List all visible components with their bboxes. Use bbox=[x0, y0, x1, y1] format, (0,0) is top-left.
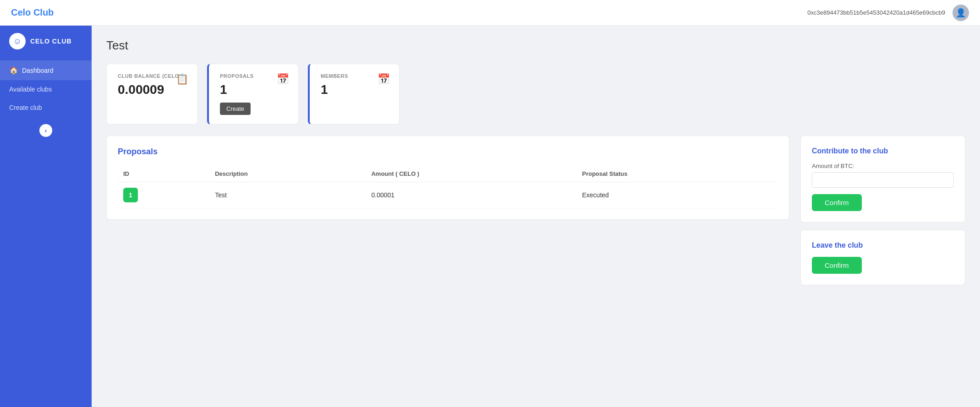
sidebar-item-create-club[interactable]: Create club bbox=[0, 98, 92, 117]
sidebar-logo-icon: ☺ bbox=[9, 33, 26, 49]
col-header-amount: Amount ( CELO ) bbox=[366, 166, 576, 182]
content-row: Proposals ID Description Amount ( CELO )… bbox=[106, 136, 965, 285]
proposal-id-badge: 1 bbox=[123, 188, 138, 202]
app-logo[interactable]: Celo Club bbox=[11, 7, 54, 18]
proposals-icon: 📅 bbox=[277, 73, 289, 85]
cell-id: 1 bbox=[118, 182, 209, 208]
leave-title: Leave the club bbox=[812, 241, 954, 250]
cell-description: Test bbox=[209, 182, 366, 208]
page-title: Test bbox=[106, 38, 965, 53]
sidebar-item-label-available-clubs: Available clubs bbox=[9, 86, 52, 93]
stats-row: CLUB BALANCE (CELO) 0.00009 📋 PROPOSALS … bbox=[106, 64, 965, 125]
app-body: ☺ CELO CLUB 🏠 Dashboard Available clubs … bbox=[0, 26, 980, 407]
cell-amount: 0.00001 bbox=[366, 182, 576, 208]
right-panel: Contribute to the club Amount of BTC: Co… bbox=[800, 136, 965, 285]
col-header-status: Proposal Status bbox=[577, 166, 778, 182]
sidebar-nav: 🏠 Dashboard Available clubs Create club bbox=[0, 60, 92, 117]
leave-card: Leave the club Confirm bbox=[800, 230, 965, 285]
avatar-icon: 👤 bbox=[956, 8, 966, 18]
proposals-section: Proposals ID Description Amount ( CELO )… bbox=[106, 136, 789, 220]
col-header-description: Description bbox=[209, 166, 366, 182]
members-icon: 📅 bbox=[378, 73, 390, 85]
dashboard-icon: 🏠 bbox=[9, 66, 18, 75]
sidebar-collapse-button[interactable]: ‹ bbox=[39, 124, 52, 137]
contribute-confirm-button[interactable]: Confirm bbox=[812, 194, 862, 211]
sidebar-item-dashboard[interactable]: 🏠 Dashboard bbox=[0, 60, 92, 80]
avatar[interactable]: 👤 bbox=[953, 5, 969, 21]
sidebar-item-label-create-club: Create club bbox=[9, 104, 42, 111]
wallet-address: 0xc3e894473bb51b5e5453042420a1d465e69cbc… bbox=[807, 9, 945, 16]
sidebar-logo-row: ☺ CELO CLUB bbox=[0, 33, 92, 60]
sidebar-item-available-clubs[interactable]: Available clubs bbox=[0, 80, 92, 98]
chevron-left-icon: ‹ bbox=[45, 127, 47, 134]
proposals-table: ID Description Amount ( CELO ) Proposal … bbox=[118, 166, 778, 208]
members-stat-card: MEMBERS 1 📅 bbox=[308, 64, 400, 125]
sidebar-smiley-icon: ☺ bbox=[13, 37, 22, 46]
table-header-row: ID Description Amount ( CELO ) Proposal … bbox=[118, 166, 778, 182]
sidebar-app-name: CELO CLUB bbox=[30, 38, 72, 45]
amount-btc-label: Amount of BTC: bbox=[812, 163, 954, 169]
contribute-title: Contribute to the club bbox=[812, 147, 954, 155]
proposals-stat-card: PROPOSALS 1 📅 Create bbox=[207, 64, 299, 125]
proposals-section-title: Proposals bbox=[118, 147, 778, 157]
balance-icon: 📋 bbox=[176, 73, 188, 85]
cell-status: Executed bbox=[577, 182, 778, 208]
topnav: Celo Club 0xc3e894473bb51b5e5453042420a1… bbox=[0, 0, 980, 26]
create-proposal-button[interactable]: Create bbox=[220, 103, 251, 115]
balance-card: CLUB BALANCE (CELO) 0.00009 📋 bbox=[106, 64, 198, 125]
amount-btc-input[interactable] bbox=[812, 172, 954, 188]
topnav-right: 0xc3e894473bb51b5e5453042420a1d465e69cbc… bbox=[807, 5, 969, 21]
table-row: 1 Test 0.00001 Executed bbox=[118, 182, 778, 208]
sidebar: ☺ CELO CLUB 🏠 Dashboard Available clubs … bbox=[0, 26, 92, 407]
col-header-id: ID bbox=[118, 166, 209, 182]
leave-confirm-button[interactable]: Confirm bbox=[812, 257, 862, 274]
contribute-card: Contribute to the club Amount of BTC: Co… bbox=[800, 136, 965, 222]
main-content: Test CLUB BALANCE (CELO) 0.00009 📋 PROPO… bbox=[92, 26, 980, 407]
sidebar-item-label-dashboard: Dashboard bbox=[22, 67, 54, 74]
